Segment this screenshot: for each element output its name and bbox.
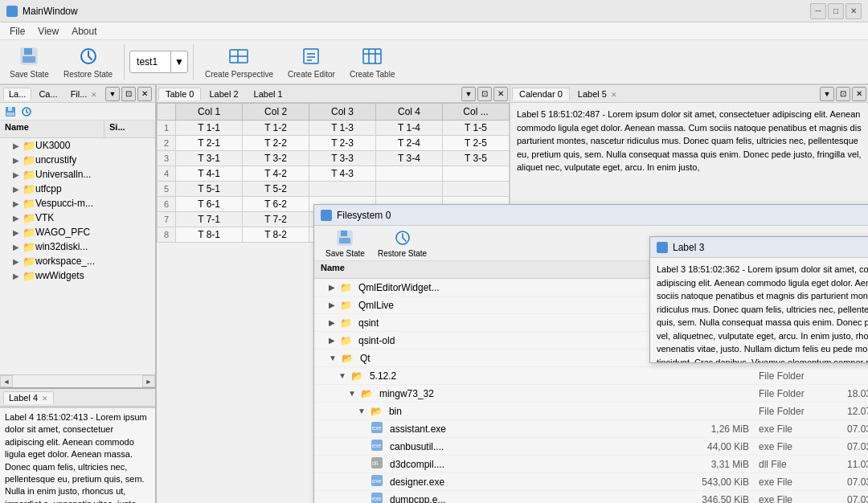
dropdown-arrow[interactable]: ▼: [170, 51, 187, 72]
table-menu-btn[interactable]: ▼: [461, 87, 476, 101]
table-close-btn[interactable]: ✕: [493, 87, 508, 101]
cell[interactable]: T 2-2: [243, 136, 309, 151]
menu-about[interactable]: About: [65, 24, 103, 39]
tab-fil-close[interactable]: ✕: [91, 91, 97, 99]
minimize-button[interactable]: ─: [810, 3, 826, 19]
fs-list-item[interactable]: dll d3dcompil.... 3,31 MiB dll File 11.0…: [314, 456, 868, 473]
cell[interactable]: [443, 182, 510, 197]
cell[interactable]: T 1-3: [309, 121, 376, 136]
fs-list-item[interactable]: exe canbusutil.... 44,00 KiB exe File 07…: [314, 438, 868, 456]
tab-calendar0[interactable]: Calendar 0: [512, 88, 570, 100]
cell[interactable]: T 2-5: [443, 136, 510, 151]
cell[interactable]: [309, 182, 376, 197]
fs-list-item[interactable]: exe dumpcpp.e... 346,50 KiB exe File 07.…: [314, 491, 868, 503]
tree-arrow[interactable]: ▶: [13, 170, 23, 179]
tab-label2[interactable]: Label 2: [202, 88, 245, 100]
create-editor-button[interactable]: Create Editor: [281, 42, 342, 82]
expand-icon[interactable]: ▼: [338, 371, 346, 380]
cell[interactable]: [376, 182, 443, 197]
list-item[interactable]: ▶ 📁 UK3000: [0, 138, 155, 153]
panel-save-btn[interactable]: [3, 104, 18, 119]
expand-icon[interactable]: ▼: [358, 407, 366, 415]
left-panel-float-btn[interactable]: ⊡: [121, 87, 136, 101]
create-perspective-button[interactable]: Create Perspective: [199, 42, 280, 82]
table-float-btn[interactable]: ⊡: [477, 87, 492, 101]
tree-arrow[interactable]: ▶: [13, 156, 23, 165]
scroll-right-btn[interactable]: ►: [142, 375, 155, 387]
cell[interactable]: T 5-1: [176, 182, 243, 197]
table-row[interactable]: 5 T 5-1 T 5-2: [158, 182, 510, 197]
cell[interactable]: T 2-4: [376, 136, 443, 151]
list-item[interactable]: ▶ 📁 WAGO_PFC: [0, 225, 155, 239]
cell[interactable]: T 5-2: [243, 182, 309, 197]
list-item[interactable]: ▶ 📁 VTK: [0, 211, 155, 225]
tree-arrow[interactable]: ▶: [13, 185, 23, 194]
tab-label4[interactable]: Label 4 ✕: [3, 391, 54, 404]
cell[interactable]: T 8-1: [176, 227, 243, 243]
table-row[interactable]: 4 T 4-1 T 4-2 T 4-3: [158, 166, 510, 182]
cell[interactable]: T 3-3: [309, 151, 376, 166]
tree-arrow[interactable]: ▶: [13, 243, 23, 251]
tree-arrow[interactable]: ▶: [13, 257, 23, 266]
expand-icon[interactable]: ▶: [329, 301, 335, 309]
tab-ca[interactable]: Ca...: [33, 88, 63, 100]
fs-save-btn[interactable]: Save State: [321, 227, 370, 260]
expand-icon[interactable]: ▼: [348, 389, 356, 398]
label5-close[interactable]: ✕: [611, 91, 617, 99]
table-row[interactable]: 2 T 2-1 T 2-2 T 2-3 T 2-4 T 2-5: [158, 136, 510, 151]
fs-restore-btn[interactable]: Restore State: [373, 227, 432, 260]
maximize-button[interactable]: □: [828, 3, 844, 19]
list-item[interactable]: ▶ 📁 utfcpp: [0, 182, 155, 196]
perspective-dropdown[interactable]: test1 ▼: [129, 51, 188, 73]
list-item[interactable]: ▶ 📁 Vespucci-m...: [0, 196, 155, 211]
list-item[interactable]: ▶ 📁 uncrustify: [0, 153, 155, 167]
tree-arrow[interactable]: ▶: [13, 272, 23, 280]
fs-list-item[interactable]: exe designer.exe 543,00 KiB exe File 07.…: [314, 473, 868, 491]
list-item[interactable]: ▶ 📁 win32diski...: [0, 239, 155, 254]
table-row[interactable]: 3 T 3-1 T 3-2 T 3-3 T 3-4 T 3-5: [158, 151, 510, 166]
cell[interactable]: T 3-4: [376, 151, 443, 166]
left-panel-menu-btn[interactable]: ▼: [105, 87, 120, 101]
close-button[interactable]: ✕: [845, 3, 862, 19]
fs-list-item[interactable]: ▼ 📂 mingw73_32 File Folder 18.03.2019 12…: [314, 385, 868, 403]
cell[interactable]: T 6-2: [243, 197, 309, 212]
expand-icon[interactable]: ▼: [329, 354, 337, 362]
cell[interactable]: T 1-1: [176, 121, 243, 136]
cell[interactable]: T 3-1: [176, 151, 243, 166]
tree-arrow[interactable]: ▶: [13, 199, 23, 208]
cell[interactable]: T 4-3: [309, 166, 376, 182]
col-1-header[interactable]: Col 1: [176, 104, 243, 121]
left-panel-content[interactable]: ▶ 📁 UK3000 ▶ 📁 uncrustify ▶ 📁 Universall…: [0, 138, 155, 374]
cell[interactable]: T 6-1: [176, 197, 243, 212]
cell[interactable]: [443, 166, 510, 182]
tree-arrow[interactable]: ▶: [13, 228, 23, 237]
cell[interactable]: T 2-1: [176, 136, 243, 151]
cell[interactable]: T 4-1: [176, 166, 243, 182]
tree-arrow[interactable]: ▶: [13, 141, 23, 150]
label4-close[interactable]: ✕: [42, 395, 48, 403]
cell[interactable]: T 7-2: [243, 212, 309, 227]
cell[interactable]: T 2-3: [309, 136, 376, 151]
cell[interactable]: T 3-2: [243, 151, 309, 166]
col-3-header[interactable]: Col 3: [309, 104, 376, 121]
cell[interactable]: T 8-2: [243, 227, 309, 243]
cell[interactable]: T 1-5: [443, 121, 510, 136]
col-2-header[interactable]: Col 2: [243, 104, 309, 121]
col-5-header[interactable]: Col ...: [443, 104, 510, 121]
cell[interactable]: T 3-5: [443, 151, 510, 166]
menu-view[interactable]: View: [31, 24, 65, 39]
tree-arrow[interactable]: ▶: [13, 214, 23, 223]
menu-file[interactable]: File: [3, 24, 31, 39]
expand-icon[interactable]: ▶: [329, 283, 335, 292]
create-table-button[interactable]: Create Table: [343, 42, 402, 82]
list-item[interactable]: ▶ 📁 workspace_...: [0, 254, 155, 268]
fs-list-item[interactable]: exe assistant.exe 1,26 MiB exe File 07.0…: [314, 420, 868, 438]
save-state-button[interactable]: Save State: [3, 42, 55, 82]
expand-icon[interactable]: ▶: [329, 318, 335, 327]
table-row[interactable]: 1 T 1-1 T 1-2 T 1-3 T 1-4 T 1-5: [158, 121, 510, 136]
tab-label5[interactable]: Label 5 ✕: [571, 88, 624, 100]
col-4-header[interactable]: Col 4: [376, 104, 443, 121]
calendar-close-btn[interactable]: ✕: [852, 87, 866, 101]
fs-list-item[interactable]: ▼ 📂 bin File Folder 12.07.2019 12:51: [314, 403, 868, 420]
list-item[interactable]: ▶ 📁 Universalln...: [0, 167, 155, 182]
